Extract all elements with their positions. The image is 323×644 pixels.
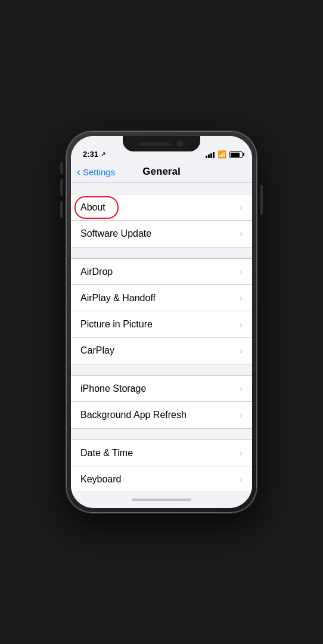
carplay-label: CarPlay — [80, 345, 114, 356]
airdrop-chevron-icon: › — [240, 267, 243, 277]
home-indicator[interactable] — [71, 491, 252, 508]
carplay-chevron-icon: › — [240, 345, 243, 356]
about-item[interactable]: About › — [71, 194, 252, 221]
volume-down-button — [60, 202, 63, 218]
software-update-chevron-icon: › — [240, 228, 243, 239]
camera — [177, 141, 183, 147]
back-label: Settings — [83, 167, 115, 177]
gap-2 — [71, 247, 252, 258]
date-time-chevron-icon: › — [240, 448, 243, 459]
wifi-icon: 📶 — [218, 150, 226, 159]
keyboard-label: Keyboard — [80, 474, 122, 485]
background-app-refresh-label: Background App Refresh — [80, 410, 187, 420]
keyboard-item[interactable]: Keyboard › — [71, 466, 252, 491]
picture-in-picture-chevron-icon: › — [240, 319, 243, 330]
back-button[interactable]: ‹ Settings — [77, 166, 115, 177]
volume-up-button — [60, 179, 63, 196]
date-time-item[interactable]: Date & Time › — [71, 440, 252, 466]
carplay-item[interactable]: CarPlay › — [71, 338, 252, 364]
about-chevron-icon: › — [240, 202, 243, 213]
iphone-storage-label: iPhone Storage — [80, 383, 146, 394]
battery-icon — [229, 151, 243, 158]
airdrop-label: AirDrop — [80, 267, 113, 277]
airplay-handoff-chevron-icon: › — [240, 293, 243, 304]
silent-switch — [60, 162, 63, 174]
notch — [123, 136, 200, 151]
power-button — [260, 185, 263, 215]
time-text: 2:31 — [83, 150, 98, 159]
phone-frame: 2:31 ↗ 📶 ‹ Settings — [66, 131, 257, 513]
status-time: 2:31 ↗ — [83, 150, 105, 159]
settings-content: About › Software Update › AirDrop › AirP… — [71, 183, 252, 491]
section-storage: iPhone Storage › Background App Refresh … — [71, 375, 252, 429]
iphone-storage-item[interactable]: iPhone Storage › — [71, 376, 252, 402]
status-icons: 📶 — [206, 150, 243, 159]
software-update-label: Software Update — [80, 228, 151, 239]
back-chevron-icon: ‹ — [77, 166, 80, 177]
airdrop-item[interactable]: AirDrop › — [71, 259, 252, 285]
section-about: About › Software Update › — [71, 194, 252, 247]
section-connectivity: AirDrop › AirPlay & Handoff › Picture in… — [71, 258, 252, 364]
date-time-label: Date & Time — [80, 448, 133, 459]
keyboard-chevron-icon: › — [240, 474, 243, 485]
location-icon: ↗ — [101, 151, 105, 157]
battery-fill — [231, 153, 240, 157]
gap-3 — [71, 364, 252, 375]
background-app-refresh-chevron-icon: › — [240, 410, 243, 420]
speaker — [140, 143, 170, 145]
background-app-refresh-item[interactable]: Background App Refresh › — [71, 402, 252, 428]
gap-4 — [71, 429, 252, 439]
page-title: General — [142, 166, 180, 178]
software-update-item[interactable]: Software Update › — [71, 221, 252, 247]
picture-in-picture-item[interactable]: Picture in Picture › — [71, 311, 252, 338]
home-bar — [132, 499, 191, 501]
iphone-storage-chevron-icon: › — [240, 383, 243, 394]
section-preferences: Date & Time › Keyboard › Fonts › Languag… — [71, 439, 252, 491]
phone-screen: 2:31 ↗ 📶 ‹ Settings — [71, 136, 252, 508]
airplay-handoff-label: AirPlay & Handoff — [80, 293, 156, 304]
about-label: About — [80, 202, 105, 213]
airplay-handoff-item[interactable]: AirPlay & Handoff › — [71, 285, 252, 311]
picture-in-picture-label: Picture in Picture — [80, 319, 153, 330]
navigation-bar: ‹ Settings General — [71, 162, 252, 183]
gap-top — [71, 183, 252, 194]
signal-bars — [206, 151, 215, 158]
